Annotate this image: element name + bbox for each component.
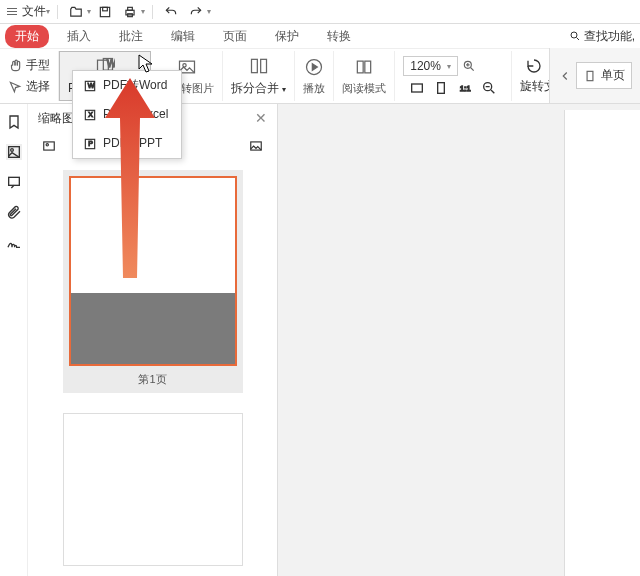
split-icon [248,55,270,77]
file-menu[interactable]: 文件 [22,3,46,20]
play-label: 播放 [303,81,325,96]
svg-text:1:1: 1:1 [460,84,472,93]
actual-size-icon[interactable]: 1:1 [457,80,473,96]
tab-insert[interactable]: 插入 [57,25,101,48]
thumb-image-icon[interactable] [42,139,56,153]
divider [57,5,58,19]
svg-text:P: P [88,140,93,147]
svg-rect-1 [103,7,108,11]
bookmark-icon[interactable] [6,114,22,130]
play-icon [303,56,325,78]
fit-width-icon[interactable] [409,80,425,96]
zoom-out-icon[interactable] [481,80,497,96]
ppt-icon: P [83,137,97,151]
svg-rect-19 [587,71,593,80]
svg-point-5 [571,32,577,38]
pdf-excel-label: PDF转Excel [103,106,168,123]
search-placeholder: 查找功能, [584,28,635,45]
thumbnails-title: 缩略图 [38,110,74,127]
select-label: 选择 [26,78,50,95]
svg-rect-11 [251,59,257,72]
pdf-to-excel-item[interactable]: X PDF转Excel [73,100,181,129]
pdf-office-dropdown: W PDF转Word X PDF转Excel P PDF转PPT [72,70,182,159]
svg-rect-3 [128,7,133,10]
zoom-in-icon[interactable] [462,59,476,73]
tab-convert[interactable]: 转换 [317,25,361,48]
single-page-label: 单页 [601,67,625,84]
book-icon [353,56,375,78]
read-mode-button[interactable]: 阅读模式 [334,51,395,101]
page-icon [583,69,597,83]
search-icon [569,30,581,42]
pdf-to-word-item[interactable]: W PDF转Word [73,71,181,100]
tab-page[interactable]: 页面 [213,25,257,48]
svg-rect-23 [44,142,55,150]
divider [152,5,153,19]
svg-point-24 [46,144,48,146]
document-viewport[interactable] [278,104,640,576]
fit-page-icon[interactable] [433,80,449,96]
signature-icon[interactable] [6,234,22,250]
svg-point-21 [10,149,13,152]
single-page-button[interactable]: 单页 [576,62,632,89]
excel-icon: X [83,108,97,122]
svg-text:W: W [88,82,95,89]
tab-annotate[interactable]: 批注 [109,25,153,48]
select-tool[interactable]: 选择 [8,78,50,95]
tab-start[interactable]: 开始 [5,25,49,48]
rotate-left-icon[interactable] [526,58,542,74]
pdf-ppt-label: PDF转PPT [103,135,162,152]
split-merge-button[interactable]: 拆分合并 ▾ [223,51,295,101]
comment-icon[interactable] [6,174,22,190]
svg-rect-12 [260,59,266,72]
pdf-word-label: PDF转Word [103,77,167,94]
cursor-icon [8,80,22,94]
close-icon[interactable]: ✕ [255,110,267,126]
thumbnail-caption: 第1页 [132,366,172,393]
chevron-left-icon[interactable] [558,69,572,83]
hamburger-icon[interactable] [5,6,19,17]
document-page [564,110,640,576]
svg-text:W: W [107,58,115,69]
hand-tool[interactable]: 手型 [8,57,50,74]
save-icon[interactable] [94,2,116,22]
undo-icon[interactable] [160,2,182,22]
chevron-down-icon: ▾ [141,7,145,16]
tab-edit[interactable]: 编辑 [161,25,205,48]
open-icon[interactable] [65,2,87,22]
chevron-down-icon: ▾ [46,7,50,16]
hand-icon [8,59,22,73]
read-mode-label: 阅读模式 [342,81,386,96]
chevron-down-icon: ▾ [87,7,91,16]
pdf-to-ppt-item[interactable]: P PDF转PPT [73,129,181,158]
zoom-value[interactable]: 120%▾ [403,56,458,76]
tab-protect[interactable]: 保护 [265,25,309,48]
svg-text:X: X [88,111,93,118]
print-icon[interactable] [119,2,141,22]
svg-rect-22 [8,177,19,185]
svg-rect-0 [100,7,109,16]
thumbnails-icon[interactable] [6,144,22,160]
svg-rect-15 [412,84,423,92]
split-merge-label: 拆分合并 ▾ [231,80,286,97]
hand-label: 手型 [26,57,50,74]
redo-icon[interactable] [185,2,207,22]
svg-rect-16 [438,83,445,94]
thumbnail-page-1[interactable]: 第1页 [63,170,243,393]
word-icon: W [83,79,97,93]
thumb-settings-icon[interactable] [249,139,263,153]
search-box[interactable]: 查找功能, [569,28,635,45]
play-button[interactable]: 播放 [295,51,334,101]
attachment-icon[interactable] [6,204,22,220]
thumbnail-page-2[interactable] [63,413,243,566]
chevron-down-icon: ▾ [207,7,211,16]
